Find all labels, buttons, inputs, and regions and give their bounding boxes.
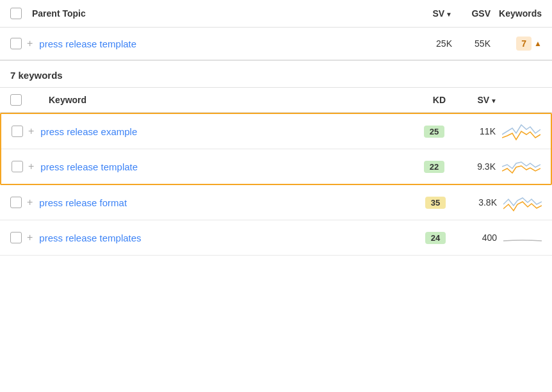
keyword-col-header: Keyword (49, 95, 407, 105)
parent-topic-row: + press release template 25K 55K 7 ▲ (0, 28, 552, 61)
sparkline-chart (497, 228, 542, 247)
main-table: Parent Topic SV▼ GSV Keywords + press re… (0, 0, 552, 256)
keyword-link[interactable]: press release format (39, 197, 407, 208)
keyword-sv: 400 (446, 233, 497, 243)
parent-row-sv: 25K (407, 38, 452, 49)
kd-badge: 24 (407, 232, 446, 244)
keyword-row-checkbox[interactable] (12, 126, 23, 137)
keyword-table-header: Keyword KD SV▼ (0, 88, 552, 113)
kd-badge: 22 (406, 161, 444, 173)
keyword-row: + press release template 22 9.3K (1, 149, 551, 184)
parent-topic-col-header: Parent Topic (32, 8, 407, 19)
sparkline-chart (497, 193, 542, 212)
sv2-col-header: SV▼ (446, 95, 497, 105)
parent-topic-link[interactable]: press release template (39, 38, 407, 49)
keyword-link[interactable]: press release template (40, 161, 406, 172)
kd-badge: 25 (406, 126, 444, 138)
sparkline-chart (496, 157, 540, 176)
sparkline-svg (503, 193, 542, 212)
keyword-header-checkbox[interactable] (10, 94, 22, 106)
highlighted-group: + press release example 25 11K + press r… (0, 113, 552, 185)
sparkline-svg (502, 122, 540, 141)
keyword-row: + press release example 25 11K (1, 114, 551, 149)
sparkline-svg (503, 228, 542, 247)
parent-row-keywords-badge: 7 ▲ (491, 37, 542, 51)
keyword-row: + press release format 35 3.8K (0, 185, 552, 220)
keyword-row-checkbox[interactable] (10, 197, 22, 208)
parent-row-checkbox[interactable] (10, 38, 22, 49)
sv2-sort-arrow[interactable]: ▼ (491, 97, 497, 104)
kd-pill: 24 (425, 232, 446, 244)
kd-pill: 35 (425, 197, 446, 209)
kd-badge: 35 (407, 197, 446, 209)
kd-col-header: KD (407, 95, 446, 105)
parent-topic-header: Parent Topic SV▼ GSV Keywords (0, 0, 552, 28)
keyword-row-checkbox[interactable] (10, 232, 22, 243)
sparkline-chart (496, 122, 540, 141)
keyword-link[interactable]: press release example (40, 126, 406, 137)
keywords-section-title: 7 keywords (0, 61, 552, 88)
keyword-row: + press release templates 24 400 (0, 220, 552, 256)
keyword-row-checkbox[interactable] (12, 161, 23, 172)
header-checkbox[interactable] (10, 8, 22, 19)
gsv-col-header: GSV (452, 8, 491, 19)
keyword-sv: 11K (444, 126, 496, 136)
keywords-col-header: Keywords (491, 8, 542, 19)
keyword-sv: 9.3K (444, 161, 496, 172)
keyword-link[interactable]: press release templates (39, 233, 407, 243)
keyword-add-icon[interactable]: + (27, 232, 33, 243)
keyword-sv: 3.8K (446, 197, 497, 208)
sv-col-header: SV▼ (407, 8, 452, 19)
keywords-expand-arrow[interactable]: ▲ (534, 39, 542, 48)
parent-row-expand-icon[interactable]: + (27, 38, 33, 49)
parent-row-gsv: 55K (452, 38, 491, 49)
keyword-add-icon[interactable]: + (28, 161, 34, 172)
sparkline-svg (502, 157, 540, 176)
sv-sort-arrow[interactable]: ▼ (446, 11, 452, 18)
kd-pill: 25 (424, 126, 444, 138)
keywords-count-badge: 7 (516, 37, 532, 51)
keyword-add-icon[interactable]: + (27, 197, 33, 208)
kd-pill: 22 (424, 161, 444, 173)
keyword-add-icon[interactable]: + (28, 126, 34, 137)
